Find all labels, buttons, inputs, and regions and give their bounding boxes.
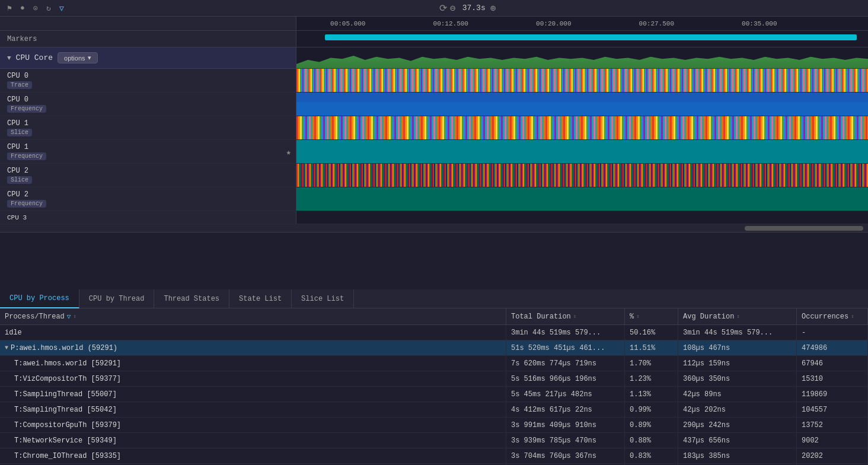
track-canvas-cpu1-freq[interactable] — [296, 140, 868, 163]
td-duration-thread3: 5s 45ms 217µs 482ns — [506, 387, 625, 402]
tab-thread-states[interactable]: Thread States — [154, 289, 229, 308]
th-total-duration[interactable]: Total Duration ⇕ — [506, 308, 625, 324]
td-duration-thread7: 3s 704ms 760µs 367ns — [506, 448, 625, 463]
td-process-idle: idle — [0, 325, 506, 340]
td-duration-awei: 51s 520ms 451µs 461... — [506, 340, 625, 355]
sort-occur-icon[interactable]: ⇕ — [851, 313, 854, 320]
options-button[interactable]: options ▾ — [58, 52, 97, 63]
td-avg-thread3: 42µs 89ns — [678, 387, 797, 402]
td-percent-awei: 11.51% — [625, 340, 678, 355]
horizontal-scrollbar[interactable] — [0, 224, 868, 232]
filter-icon[interactable]: ▽ — [57, 4, 66, 13]
timestamp-2: 00:12.500 — [433, 20, 468, 27]
td-process-thread7: T:Chrome_IOThread [59335] — [0, 448, 506, 463]
td-process-thread4: T:SamplingThread [55042] — [0, 402, 506, 417]
sort-avg-icon[interactable]: ⇕ — [736, 313, 739, 320]
table-row-thread-1[interactable]: T:awei.hmos.world [59291] 7s 620ms 774µs… — [0, 356, 868, 371]
cpu-core-green-wave — [296, 47, 868, 68]
track-canvas-cpu0-freq[interactable] — [296, 93, 868, 116]
track-canvas-cpu0-trace[interactable] — [296, 69, 868, 92]
filter-process-icon[interactable]: ▽ — [67, 313, 71, 320]
th-process[interactable]: Process/Thread ▽ ⇕ — [0, 308, 506, 324]
td-percent-thread7: 0.83% — [625, 448, 678, 463]
cpu-core-label: ▼ CPU Core options ▾ — [0, 47, 296, 68]
plus-icon[interactable]: ⊕ — [490, 2, 496, 14]
td-occur-thread7: 20202 — [797, 448, 868, 463]
td-process-thread6: T:NetworkService [59349] — [0, 433, 506, 448]
sort-duration-icon[interactable]: ⇕ — [573, 313, 576, 320]
timer-display: 37.3s — [462, 4, 486, 12]
toolbar-icons: ⚑ ● ⊙ ↻ ▽ — [5, 4, 66, 13]
stop-icon[interactable]: ⊙ — [31, 4, 40, 13]
table-header: Process/Thread ▽ ⇕ Total Duration ⇕ % ⇕ … — [0, 308, 868, 325]
td-avg-thread1: 112µs 159ns — [678, 356, 797, 371]
track-label-cpu1-freq: CPU 1 Frequency ★ — [0, 140, 296, 163]
th-avg-duration[interactable]: Avg Duration ⇕ — [678, 308, 797, 324]
td-percent-thread6: 0.88% — [625, 433, 678, 448]
table-row-thread-3[interactable]: T:SamplingThread [55007] 5s 45ms 217µs 4… — [0, 387, 868, 402]
reset-icon[interactable]: ⟳ — [439, 4, 448, 13]
timestamp-5: 00:35.000 — [742, 20, 777, 27]
timestamp-3: 00:20.000 — [536, 20, 571, 27]
td-process-thread3: T:SamplingThread [55007] — [0, 387, 506, 402]
th-occurrences[interactable]: Occurrences ⇕ — [797, 308, 868, 324]
td-duration-idle: 3min 44s 519ms 579... — [506, 325, 625, 340]
table-row-thread-2[interactable]: T:VizCompositorTh [59377] 5s 516ms 966µs… — [0, 371, 868, 387]
track-label-cpu0-trace: CPU 0 Trace — [0, 69, 296, 92]
track-label-cpu2-slice: CPU 2 Slice — [0, 164, 296, 187]
td-percent-thread1: 1.70% — [625, 356, 678, 371]
minus-icon[interactable]: ⊖ — [448, 4, 458, 13]
track-row-cpu2-freq: CPU 2 Frequency — [0, 187, 868, 211]
th-percent[interactable]: % ⇕ — [625, 308, 678, 324]
sort-percent-icon[interactable]: ⇕ — [636, 313, 639, 320]
cpu-core-expand-icon[interactable]: ▼ — [7, 55, 11, 62]
td-occur-thread5: 13752 — [797, 418, 868, 432]
track-row-cpu0-freq: CPU 0 Frequency — [0, 93, 868, 116]
reload-icon[interactable]: ↻ — [44, 4, 53, 13]
expand-icon-awei[interactable]: ▼ — [5, 345, 8, 351]
td-process-thread1: T:awei.hmos.world [59291] — [0, 356, 506, 371]
track-canvas-cpu2-freq[interactable] — [296, 187, 868, 211]
td-occur-thread3: 119869 — [797, 387, 868, 402]
td-percent-thread5: 0.89% — [625, 418, 678, 432]
table-row-thread-5[interactable]: T:CompositorGpuTh [59379] 3s 991ms 409µs… — [0, 418, 868, 433]
record-icon[interactable]: ● — [18, 4, 27, 13]
track-canvas-cpu3[interactable] — [296, 211, 868, 224]
timeline-header-left — [0, 17, 296, 30]
tab-state-list[interactable]: State List — [229, 289, 292, 308]
track-canvas-cpu1-slice[interactable] — [296, 116, 868, 139]
star-icon-cpu1[interactable]: ★ — [286, 146, 291, 157]
cpu-core-title: CPU Core — [16, 53, 53, 62]
table-row-thread-6[interactable]: T:NetworkService [59349] 3s 939ms 785µs … — [0, 433, 868, 448]
tab-slice-list[interactable]: Slice List — [292, 289, 354, 308]
markers-label: Markers — [0, 31, 296, 47]
track-row-cpu2-slice: CPU 2 Slice — [0, 164, 868, 187]
table-row-thread-7[interactable]: T:Chrome_IOThread [59335] 3s 704ms 760µs… — [0, 448, 868, 464]
td-occur-idle: - — [797, 325, 868, 340]
data-table[interactable]: Process/Thread ▽ ⇕ Total Duration ⇕ % ⇕ … — [0, 308, 868, 465]
td-occur-thread1: 67946 — [797, 356, 868, 371]
td-occur-awei: 474986 — [797, 340, 868, 355]
td-duration-thread2: 5s 516ms 966µs 196ns — [506, 371, 625, 386]
scroll-handle[interactable] — [745, 226, 863, 231]
td-percent-thread2: 1.23% — [625, 371, 678, 386]
track-label-cpu3: CPU 3 — [0, 211, 296, 224]
tab-cpu-by-process[interactable]: CPU by Process — [0, 289, 79, 308]
tab-cpu-by-thread[interactable]: CPU by Thread — [79, 289, 155, 308]
options-chevron-icon: ▾ — [88, 54, 91, 62]
track-canvas-cpu2-slice[interactable] — [296, 164, 868, 187]
cpu-core-track — [296, 47, 868, 68]
td-duration-thread6: 3s 939ms 785µs 470ns — [506, 433, 625, 448]
table-row-thread-4[interactable]: T:SamplingThread [55042] 4s 412ms 617µs … — [0, 402, 868, 418]
td-percent-thread3: 1.13% — [625, 387, 678, 402]
sort-process-icon[interactable]: ⇕ — [73, 313, 76, 320]
markers-row: Markers — [0, 31, 868, 47]
track-row-cpu0-trace: CPU 0 Trace — [0, 69, 868, 93]
td-process-thread5: T:CompositorGpuTh [59379] — [0, 418, 506, 432]
timeline-header: 00:05.000 00:12.500 00:20.000 00:27.500 … — [0, 17, 868, 31]
flag-icon[interactable]: ⚑ — [5, 4, 14, 13]
table-row-idle[interactable]: idle 3min 44s 519ms 579... 50.16% 3min 4… — [0, 325, 868, 340]
panel-tabs: CPU by Process CPU by Thread Thread Stat… — [0, 289, 868, 308]
markers-track — [296, 31, 868, 47]
table-row-awei-process[interactable]: ▼ P:awei.hmos.world (59291) 51s 520ms 45… — [0, 340, 868, 356]
